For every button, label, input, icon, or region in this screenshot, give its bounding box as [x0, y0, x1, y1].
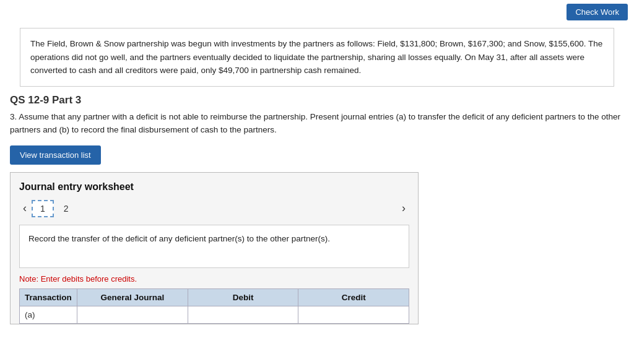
- col-header-debit: Debit: [188, 288, 298, 306]
- next-arrow-icon[interactable]: ›: [398, 201, 409, 216]
- tab-1[interactable]: 1: [32, 200, 54, 217]
- intro-text: The Field, Brown & Snow partnership was …: [30, 39, 602, 75]
- general-journal-cell[interactable]: [77, 306, 188, 323]
- intro-box: The Field, Brown & Snow partnership was …: [20, 28, 614, 87]
- tab-nav-row: ‹ 1 2 ›: [19, 200, 409, 217]
- general-journal-input[interactable]: [82, 310, 183, 319]
- col-header-general-journal: General Journal: [77, 288, 188, 306]
- debit-cell[interactable]: [188, 306, 298, 323]
- worksheet-title: Journal entry worksheet: [19, 181, 409, 193]
- description-box: Record the transfer of the deficit of an…: [19, 225, 409, 268]
- col-header-transaction: Transaction: [20, 288, 77, 306]
- check-work-button[interactable]: Check Work: [567, 4, 628, 20]
- transaction-cell: (a): [20, 306, 77, 323]
- tab-2[interactable]: 2: [56, 201, 76, 216]
- journal-entry-worksheet: Journal entry worksheet ‹ 1 2 › Record t…: [10, 172, 419, 324]
- note-text: Note: Enter debits before credits.: [19, 274, 409, 284]
- prev-arrow-icon[interactable]: ‹: [19, 201, 30, 216]
- journal-table: Transaction General Journal Debit Credit…: [19, 288, 409, 324]
- credit-input[interactable]: [303, 310, 404, 319]
- debit-input[interactable]: [193, 310, 293, 319]
- table-row: (a): [20, 306, 409, 323]
- view-transaction-list-button[interactable]: View transaction list: [10, 145, 101, 165]
- section-title: QS 12-9 Part 3: [10, 94, 614, 106]
- col-header-credit: Credit: [298, 288, 409, 306]
- question-text: 3. Assume that any partner with a defici…: [10, 110, 624, 137]
- credit-cell[interactable]: [298, 306, 409, 323]
- description-text: Record the transfer of the deficit of an…: [28, 234, 330, 243]
